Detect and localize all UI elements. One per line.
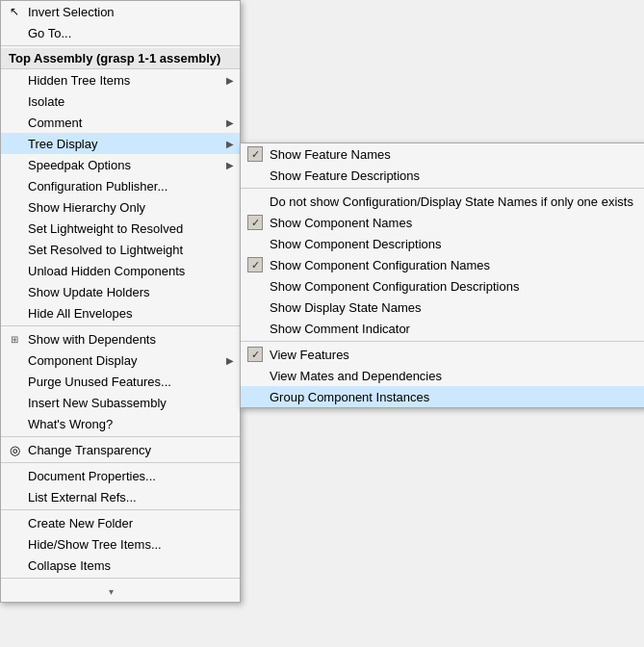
show-comment-label: Show Comment Indicator <box>270 322 410 336</box>
show-component-names-label: Show Component Names <box>270 216 412 230</box>
submenu-item-no-config[interactable]: Do not show Configuration/Display State … <box>241 191 644 212</box>
submenu-arrow: ▶ <box>226 117 234 128</box>
submenu-item-show-display-state[interactable]: Show Display State Names <box>241 297 644 318</box>
speedpak-label: Speedpak Options <box>28 158 131 172</box>
menu-item-resolved-to-lightweight[interactable]: Set Resolved to Lightweight <box>1 239 240 260</box>
menu-item-config-publisher[interactable]: Configuration Publisher... <box>1 175 240 196</box>
check-icon: ✓ <box>245 344 266 365</box>
check-empty <box>245 191 266 212</box>
submenu-item-show-component-names[interactable]: ✓ Show Component Names <box>241 212 644 233</box>
menu-item-invert-selection[interactable]: ↖ Invert Selection <box>1 1 240 22</box>
change-transparency-label: Change Transparency <box>28 443 151 457</box>
hide-envelopes-label: Hide All Envelopes <box>28 306 132 321</box>
menu-item-unload-hidden[interactable]: Unload Hidden Components <box>1 260 240 281</box>
create-folder-label: Create New Folder <box>28 516 133 531</box>
show-hierarchy-label: Show Hierarchy Only <box>28 200 145 215</box>
check-empty <box>245 165 266 186</box>
menu-item-create-folder[interactable]: Create New Folder <box>1 512 240 533</box>
submenu-arrow: ▶ <box>226 160 234 170</box>
menu-item-collapse-items[interactable]: Collapse Items <box>1 555 240 576</box>
view-features-label: View Features <box>270 348 349 362</box>
separator <box>1 578 240 579</box>
menu-item-hide-envelopes[interactable]: Hide All Envelopes <box>1 302 240 324</box>
separator <box>1 462 240 463</box>
submenu-item-view-features[interactable]: ✓ View Features <box>241 344 644 365</box>
menu-item-isolate[interactable]: Isolate <box>1 91 240 112</box>
menu-item-go-to[interactable]: Go To... <box>1 22 240 43</box>
menu-item-show-with-dependents[interactable]: ⊞ Show with Dependents <box>1 328 240 349</box>
menu-item-document-properties[interactable]: Document Properties... <box>1 465 240 486</box>
component-display-label: Component Display <box>28 353 137 368</box>
submenu-item-show-component-desc[interactable]: Show Component Descriptions <box>241 233 644 254</box>
submenu-arrow: ▶ <box>226 139 234 149</box>
menu-item-change-transparency[interactable]: ◎ Change Transparency <box>1 439 240 460</box>
menu-item-insert-subassembly[interactable]: Insert New Subassembly <box>1 392 240 413</box>
menu-item-list-external-refs[interactable]: List External Refs... <box>1 486 240 507</box>
show-component-desc-label: Show Component Descriptions <box>270 237 441 251</box>
list-external-refs-label: List External Refs... <box>28 490 137 505</box>
submenu-item-show-feature-names[interactable]: ✓ Show Feature Names <box>241 143 644 165</box>
tool-icon: ⊞ <box>5 334 24 345</box>
submenu-item-show-comp-config-names[interactable]: ✓ Show Component Configuration Names <box>241 254 644 275</box>
show-feature-names-label: Show Feature Names <box>270 147 391 162</box>
menu-item-show-update[interactable]: Show Update Holders <box>1 281 240 302</box>
purge-unused-label: Purge Unused Features... <box>28 375 171 389</box>
check-icon: ✓ <box>245 143 266 165</box>
menu-item-component-display[interactable]: Component Display ▶ <box>1 349 240 371</box>
menu-item-purge-unused[interactable]: Purge Unused Features... <box>1 371 240 392</box>
show-display-state-label: Show Display State Names <box>270 300 422 315</box>
cursor-icon: ↖ <box>5 5 24 18</box>
separator <box>1 325 240 326</box>
separator <box>1 509 240 510</box>
tree-display-submenu[interactable]: ✓ Show Feature Names Show Feature Descri… <box>240 142 644 408</box>
menu-item-speedpak[interactable]: Speedpak Options ▶ <box>1 154 240 175</box>
separator <box>1 436 240 437</box>
check-empty <box>245 365 266 386</box>
separator <box>1 45 240 46</box>
submenu-item-show-comment[interactable]: Show Comment Indicator <box>241 318 644 339</box>
menu-item-hide-show-tree[interactable]: Hide/Show Tree Items... <box>1 533 240 555</box>
submenu-item-show-feature-desc[interactable]: Show Feature Descriptions <box>241 165 644 186</box>
hidden-tree-items-label: Hidden Tree Items <box>28 73 130 88</box>
unload-hidden-label: Unload Hidden Components <box>28 264 185 278</box>
menu-more-indicator[interactable]: ▾ <box>1 581 240 602</box>
submenu-arrow: ▶ <box>226 75 234 86</box>
check-empty <box>245 386 266 407</box>
go-to-label: Go To... <box>28 26 71 40</box>
menu-item-hidden-tree-items[interactable]: Hidden Tree Items ▶ <box>1 69 240 91</box>
submenu-item-view-mates[interactable]: View Mates and Dependencies <box>241 365 644 386</box>
show-feature-desc-label: Show Feature Descriptions <box>270 168 420 183</box>
menu-item-tree-display[interactable]: Tree Display ▶ <box>1 133 240 154</box>
show-with-dependents-label: Show with Dependents <box>28 332 156 347</box>
check-empty <box>245 297 266 318</box>
lightweight-to-resolved-label: Set Lightweight to Resolved <box>28 221 183 236</box>
show-comp-config-desc-label: Show Component Configuration Description… <box>270 279 519 294</box>
show-update-label: Show Update Holders <box>28 285 149 299</box>
check-empty <box>245 318 266 339</box>
hide-show-tree-label: Hide/Show Tree Items... <box>28 537 162 552</box>
top-assembly-header: Top Assembly (grasp 1-1 assembly) <box>1 48 240 69</box>
isolate-label: Isolate <box>28 94 64 109</box>
menu-item-lightweight-to-resolved[interactable]: Set Lightweight to Resolved <box>1 218 240 239</box>
no-config-label: Do not show Configuration/Display State … <box>270 194 633 209</box>
check-icon: ✓ <box>245 212 266 233</box>
submenu-item-show-comp-config-desc[interactable]: Show Component Configuration Description… <box>241 275 644 297</box>
submenu-separator <box>241 341 644 342</box>
document-properties-label: Document Properties... <box>28 469 156 483</box>
check-empty <box>245 275 266 297</box>
whats-wrong-label: What's Wrong? <box>28 417 113 431</box>
context-menu[interactable]: ↖ Invert Selection Go To... Top Assembly… <box>0 0 241 603</box>
menu-item-show-hierarchy[interactable]: Show Hierarchy Only <box>1 196 240 218</box>
check-empty <box>245 233 266 254</box>
submenu-separator <box>241 188 644 189</box>
submenu-item-group-components[interactable]: Group Component Instances <box>241 386 644 407</box>
tree-display-label: Tree Display <box>28 137 97 151</box>
submenu-arrow: ▶ <box>226 355 234 366</box>
insert-subassembly-label: Insert New Subassembly <box>28 396 167 410</box>
collapse-items-label: Collapse Items <box>28 558 111 573</box>
transparency-icon: ◎ <box>5 443 24 457</box>
menu-item-comment[interactable]: Comment ▶ <box>1 112 240 133</box>
top-assembly-label: Top Assembly (grasp 1-1 assembly) <box>9 51 220 65</box>
menu-item-whats-wrong[interactable]: What's Wrong? <box>1 413 240 434</box>
config-publisher-label: Configuration Publisher... <box>28 179 167 194</box>
